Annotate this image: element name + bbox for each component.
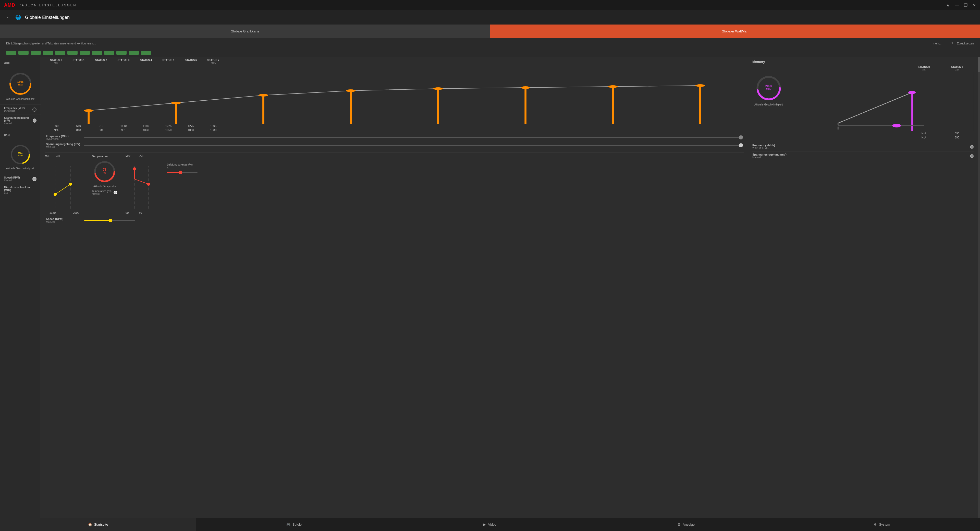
nav-display[interactable]: 🖥 Anzeige <box>588 518 784 531</box>
mem-gauge-svg: 2000 MHz <box>755 74 783 102</box>
amd-logo: AMD <box>4 3 15 8</box>
gpu-volt-3: 981 <box>112 129 135 132</box>
nav-games[interactable]: 🎮 Spiele <box>196 518 392 531</box>
svg-point-12 <box>171 102 181 104</box>
svg-point-40 <box>133 167 136 171</box>
indicator-8 <box>92 51 102 55</box>
close-button[interactable]: ✕ <box>973 3 976 8</box>
temp-maxziel-svg <box>126 159 159 210</box>
fan-speed-slider-track[interactable] <box>84 220 135 221</box>
gpu-freq-5: 1225 <box>157 124 180 128</box>
gpu-chart-area <box>45 65 744 124</box>
gpu-status1-label: STATUS 1 <box>67 59 90 62</box>
sidebar-frequency-param: Frequency (MHz) Dynamisch <box>0 104 41 114</box>
scroll-thumb[interactable] <box>978 57 980 72</box>
svg-point-29 <box>54 193 57 196</box>
home-icon: 🏠 <box>88 523 92 526</box>
temp-param-name: Temperature (°C) <box>92 190 111 193</box>
right-scrollbar[interactable] <box>978 57 980 518</box>
info-right: mehr... | ☐ Zurücksetzen <box>933 41 974 45</box>
gpu-freq-slider-row: Frequency (MHz) Dynamisch <box>45 135 744 140</box>
svg-text:MHz: MHz <box>18 84 23 86</box>
minimize-button[interactable]: — <box>955 3 959 8</box>
system-icon: ⚙ <box>874 523 877 526</box>
temp-gauge-svg: 73 °C <box>92 159 118 184</box>
gpu-freq-param: Frequency (MHz) <box>46 135 84 138</box>
gpu-status0-sub: Min. <box>45 62 67 64</box>
svg-point-20 <box>520 86 530 89</box>
mem-freq-toggle[interactable] <box>970 145 974 149</box>
fan-speed-slider-thumb[interactable] <box>109 218 112 222</box>
svg-point-14 <box>259 94 268 97</box>
speed-toggle[interactable] <box>32 177 37 181</box>
page-title: Globale Einstellungen <box>25 15 70 20</box>
gpu-volt-slider-thumb[interactable] <box>739 143 743 147</box>
temp-toggle[interactable] <box>114 191 117 195</box>
indicator-3 <box>30 51 41 55</box>
more-link[interactable]: mehr... <box>933 42 942 45</box>
voltage-toggle[interactable] <box>33 118 37 123</box>
fan-min-value: 1330 <box>45 211 60 214</box>
svg-rect-25 <box>45 159 83 210</box>
gpu-volt-slider-row: Spannungsregelung (mV) Manuell <box>45 142 744 148</box>
gpu-status3-label: STATUS 3 <box>112 59 135 62</box>
star-button[interactable]: ★ <box>946 3 950 8</box>
power-slider-track[interactable] <box>167 172 197 173</box>
power-section: Leistungsgrenze (%) 0 <box>167 155 197 214</box>
frequency-toggle[interactable] <box>32 107 37 112</box>
games-label: Spiele <box>293 523 302 526</box>
gpu-freq-7: 1305 <box>202 124 224 128</box>
gpu-freq-6: 1275 <box>180 124 202 128</box>
fan-section-bottom: Min. Ziel <box>45 153 744 223</box>
games-icon: 🎮 <box>286 523 290 526</box>
gpu-freq-1: 610 <box>67 124 90 128</box>
gpu-freq-slider-track[interactable] <box>84 137 743 138</box>
header-nav: ← 🌐 Globale Einstellungen <box>0 10 980 24</box>
titlebar: AMD RADEON EINSTELLUNGEN ★ — ❐ ✕ <box>0 0 980 10</box>
back-button[interactable]: ← <box>6 14 11 21</box>
tab-wattman[interactable]: Globaler WattMan <box>490 24 980 38</box>
temp-param-sub: Manuell <box>92 193 111 195</box>
svg-text:961: 961 <box>18 151 22 154</box>
gpu-chart-svg <box>45 65 744 124</box>
gpu-volt-slider-track[interactable] <box>84 145 743 146</box>
gpu-status7-sub: Max. <box>202 62 224 64</box>
reset-checkbox-icon: ☐ <box>950 41 953 45</box>
video-label: Video <box>488 523 496 526</box>
gpu-status7-label: STATUS 7 <box>202 59 224 62</box>
gpu-freq-slider-thumb[interactable] <box>739 136 743 139</box>
mem-freq-param-sub: 2000 MHz Max. <box>752 147 775 150</box>
info-text: Die Lüftergeschwindigkeiten und Taktrate… <box>6 42 96 45</box>
fan-ziel-value: 2000 <box>68 211 84 214</box>
mem-volt-toggle[interactable] <box>970 154 974 158</box>
svg-rect-8 <box>45 65 744 124</box>
indicator-bar <box>0 49 980 57</box>
display-icon: 🖥 <box>677 523 681 526</box>
content-area: STATUS 0 Min. STATUS 1 STATUS 2 STATUS 3… <box>41 57 980 518</box>
svg-point-50 <box>908 91 916 94</box>
nav-video[interactable]: ▶ Video <box>392 518 588 531</box>
svg-point-22 <box>608 85 617 88</box>
memory-gauge-chart-row: 2000 MHz Aktuelle Geschwindigkeit <box>752 72 974 131</box>
svg-point-24 <box>695 84 705 87</box>
tab-grafikkarte[interactable]: Globale Grafikkarte <box>0 24 490 38</box>
svg-rect-35 <box>126 159 159 210</box>
nav-home[interactable]: 🏠 Startseite <box>0 518 196 531</box>
power-slider-thumb[interactable] <box>179 171 182 174</box>
gpu-volt-7: 1080 <box>202 129 224 132</box>
temp-header: Temperature <box>92 155 118 158</box>
mem-freq-param-section: Frequency (MHz) 2000 MHz Max. Spannungsr… <box>752 142 974 160</box>
mem-volt-param-row: Spannungsregelung (mV) Manuell <box>752 151 974 160</box>
fan-ziel-header: Ziel <box>56 155 60 158</box>
mem-volt-param-sub: Manuell <box>752 156 787 159</box>
speed-param-sub: Manuell <box>4 179 20 182</box>
main-content: GPU 1305 MHz Aktuelle Geschwindigkeit Fr… <box>0 57 980 518</box>
gpu-freq-3: 1110 <box>112 124 135 128</box>
temp-maxziel-chart: Max. Ziel <box>126 155 159 214</box>
mem-freq-param-row: Frequency (MHz) 2000 MHz Max. <box>752 142 974 151</box>
memory-status-headers: STATUS 0 Min. STATUS 1 Max. <box>752 65 974 71</box>
frequency-param-name: Frequency (MHz) <box>4 107 25 110</box>
maximize-button[interactable]: ❐ <box>964 3 967 8</box>
mem-volt-param-name: Spannungsregelung (mV) <box>752 153 787 156</box>
nav-system[interactable]: ⚙ System <box>784 518 980 531</box>
